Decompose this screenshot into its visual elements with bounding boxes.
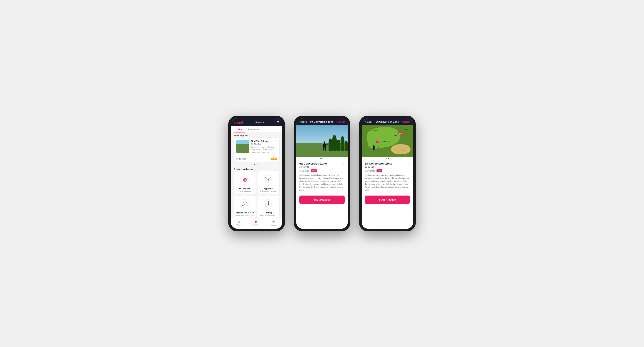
- skill-name-approach: Approach: [264, 187, 273, 190]
- svg-point-29: [268, 202, 269, 203]
- phone3-drill-description: 20 shots are randomly generated at dista…: [365, 174, 410, 192]
- drill-hero-image: [296, 125, 348, 157]
- phone3-arg-badge: ARG: [376, 169, 382, 172]
- tab-drills[interactable]: Drills: [234, 126, 245, 133]
- dot-2: [256, 164, 257, 165]
- drill-card-footer: ⏱ 10 shots OTT: [234, 156, 279, 162]
- phone-1-screen: clippd Practice ☰ Drills Favourites Most…: [231, 118, 282, 229]
- phone2-header-title: 6ft Conversion Zone: [310, 121, 333, 123]
- drill-thumbnail: [236, 140, 249, 153]
- start-practice-button-3[interactable]: Start Practice: [365, 196, 410, 204]
- phone3-drill-header: 6ft Conversion Zone 10-50 yds ☆: [365, 162, 410, 168]
- nav-home[interactable]: ⌂ Home: [236, 220, 241, 226]
- phone3-drill-title: 6ft Conversion Zone: [365, 162, 392, 165]
- phone2-header: < Back 6ft Conversion Zone Cancel: [296, 118, 348, 125]
- nav-home-label: Home: [236, 224, 241, 226]
- phone-3-screen: < Back 6ft Conversion Zone Cancel SAND F…: [362, 118, 413, 229]
- phone3-favourite-icon[interactable]: ☆: [407, 162, 410, 165]
- phone3-body: SAND FAIRWAY ROUGH Miss Hit: [362, 125, 413, 229]
- phone3-shots-count: 20 shots: [367, 170, 375, 172]
- nav-activities-label: Activities: [252, 224, 260, 226]
- favourite-icon[interactable]: ☆: [342, 162, 345, 165]
- back-button-3[interactable]: < Back: [365, 121, 372, 123]
- photo-carousel-dots: [296, 157, 348, 160]
- arg-skill-icon: [239, 198, 251, 210]
- shots-label: ⏱ 10 shots: [236, 158, 246, 160]
- drill-description: 20 shots are randomly generated at dista…: [299, 174, 345, 192]
- phone-2-screen: < Back 6ft Conversion Zone Cancel: [296, 118, 348, 229]
- svg-point-30: [268, 203, 269, 204]
- phone3-clock-icon: ⏱: [365, 170, 367, 172]
- phone1-body: Most Popular Find The Fairway Off The Te…: [231, 133, 282, 218]
- approach-skill-icon: [262, 174, 274, 186]
- dot-3: [258, 164, 259, 165]
- svg-point-5: [244, 179, 246, 180]
- favourite-icon[interactable]: ☆: [274, 140, 277, 143]
- skill-card-approach[interactable]: Approach Dial-in to hit the green: [258, 171, 279, 194]
- skill-card-putting[interactable]: Putting Make and lag practice: [258, 196, 279, 218]
- phone3-header-title: 6ft Conversion Zone: [376, 121, 399, 123]
- clock-icon-meta: ⏱: [299, 170, 301, 172]
- drill-card-title: Find The Fairway: [251, 140, 269, 143]
- start-practice-button[interactable]: Start Practice: [299, 196, 345, 204]
- phone3-shots-meta: ⏱ 20 shots: [365, 170, 375, 172]
- drill-map-image: SAND FAIRWAY ROUGH Miss Hit: [362, 125, 413, 157]
- phone3-drill-meta: ⏱ 20 shots ARG: [365, 169, 410, 172]
- drill-card-text: Find The Fairway Off The Tee ☆ Create an…: [251, 140, 277, 154]
- ott-skill-icon: [239, 174, 251, 186]
- phone2-body: 6ft Conversion Zone 10-50 yds ☆ ⏱ 20 sho…: [296, 125, 348, 229]
- hit-pin: Hit: [376, 141, 380, 143]
- clock-icon: ⏱: [236, 158, 238, 160]
- photo-dot-2: [322, 158, 324, 159]
- phone1-tabs: Drills Favourites: [231, 126, 282, 133]
- featured-drill-card[interactable]: Find The Fairway Off The Tee ☆ Create an…: [234, 138, 279, 162]
- map-dot-2: [388, 158, 389, 159]
- skill-desc-putting: Make and lag practice: [260, 214, 277, 216]
- phone3-header: < Back 6ft Conversion Zone Cancel: [362, 118, 413, 125]
- carousel-dots: [231, 163, 282, 166]
- cancel-button-3[interactable]: Cancel: [402, 121, 410, 123]
- putting-skill-icon: [262, 198, 274, 210]
- skill-name-arg: Around The Green: [236, 211, 254, 214]
- nav-capture-label: Capture: [270, 224, 277, 226]
- phone1-header-title: Practice: [256, 121, 264, 124]
- drill-header: 6ft Conversion Zone 10-50 yds ☆: [299, 162, 345, 168]
- skill-name-putting: Putting: [265, 211, 272, 214]
- back-button[interactable]: < Back: [299, 121, 307, 123]
- skill-areas-grid: Off The Tee Power accuracy: [231, 171, 282, 218]
- nav-activities[interactable]: ♣ Activities: [252, 220, 260, 226]
- svg-point-13: [265, 177, 266, 178]
- drill-card-subtitle: Off The Tee: [251, 143, 269, 145]
- skill-desc-arg: Hone your short game: [236, 214, 253, 216]
- tab-favourites[interactable]: Favourites: [245, 126, 263, 133]
- drill-meta: ⏱ 20 shots ARG: [299, 169, 345, 172]
- phone1-header: clippd Practice ☰: [231, 118, 282, 126]
- skill-desc-approach: Dial-in to hit the green: [260, 190, 277, 192]
- dot-1: [254, 164, 255, 165]
- shots-count: 10 shots: [239, 158, 246, 160]
- svg-point-20: [246, 202, 247, 203]
- cancel-button[interactable]: Cancel: [337, 121, 345, 123]
- nav-capture[interactable]: ⊕ Capture: [270, 220, 277, 226]
- shots-count-meta: 20 shots: [302, 170, 309, 172]
- map-dot-1: [386, 158, 387, 159]
- drill-range: 10-50 yds: [299, 166, 327, 168]
- menu-icon[interactable]: ☰: [277, 121, 279, 124]
- capture-icon: ⊕: [272, 220, 275, 224]
- explore-label: Explore skill areas: [231, 166, 282, 171]
- ott-badge: OTT: [271, 158, 277, 160]
- skill-card-arg[interactable]: Around The Green Hone your short game: [234, 196, 256, 218]
- drill-info: 6ft Conversion Zone 10-50 yds ☆ ⏱ 20 sho…: [296, 160, 348, 193]
- drill-card-description: Create an imaginary fairway using trees …: [251, 146, 277, 154]
- arg-badge: ARG: [311, 169, 317, 172]
- drill-title: 6ft Conversion Zone: [299, 162, 327, 165]
- map-carousel-dots: [362, 157, 413, 160]
- phone3-drill-info: 6ft Conversion Zone 10-50 yds ☆ ⏱ 20 sho…: [362, 160, 413, 193]
- phone-2: < Back 6ft Conversion Zone Cancel: [294, 116, 350, 231]
- skill-card-ott[interactable]: Off The Tee Power accuracy: [234, 171, 256, 194]
- miss-pin: Miss: [398, 132, 403, 134]
- svg-point-21: [243, 202, 244, 203]
- home-icon: ⌂: [238, 220, 240, 223]
- phone3-drill-range: 10-50 yds: [365, 166, 392, 168]
- map-paths: [362, 125, 413, 157]
